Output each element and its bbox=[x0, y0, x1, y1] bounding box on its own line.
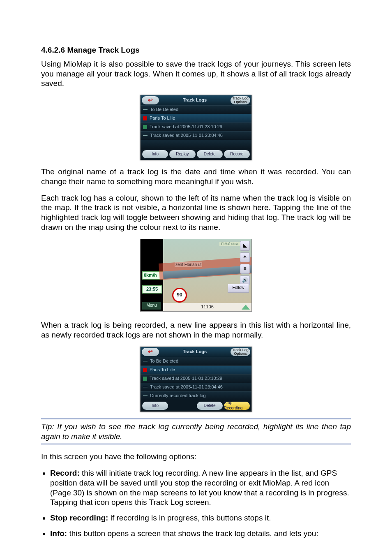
hidden-indicator: — bbox=[143, 358, 148, 364]
hidden-indicator: — bbox=[143, 384, 148, 390]
track-name: Currently recorded track log bbox=[150, 393, 206, 399]
time-indicator: 23:55 bbox=[142, 285, 162, 294]
street-label: zent Flórián út bbox=[175, 262, 202, 268]
track-name: Track saved at 2005-11-01 23:04:46 bbox=[150, 384, 223, 390]
track-row[interactable]: Track saved at 2005-11-01 23:10:29 bbox=[141, 374, 251, 383]
speed-limit-sign: 90 bbox=[172, 288, 187, 303]
section-heading: 4.6.2.6 Manage Track Logs bbox=[41, 45, 351, 55]
list-item: Record: this will initiate track log rec… bbox=[50, 468, 351, 507]
track-row[interactable]: —To Be Deleted bbox=[141, 357, 251, 365]
list-item: Stop recording: if recording is in progr… bbox=[50, 513, 351, 523]
record-button[interactable]: Record bbox=[224, 150, 250, 158]
replay-button[interactable]: Replay bbox=[169, 150, 195, 158]
track-row[interactable]: —Track saved at 2005-11-01 23:04:46 bbox=[141, 131, 251, 140]
resize-icon[interactable] bbox=[242, 305, 250, 310]
distance-bar: 11106 bbox=[163, 303, 251, 311]
option-label: Stop recording: bbox=[50, 513, 108, 522]
menu-button[interactable]: Menu bbox=[142, 302, 161, 310]
track-name: Paris To Lille bbox=[150, 367, 175, 373]
track-row[interactable]: —To Be Deleted bbox=[141, 105, 251, 114]
hidden-indicator: — bbox=[143, 393, 148, 399]
layer-icon[interactable]: ≡ bbox=[240, 264, 250, 274]
hidden-indicator: — bbox=[143, 107, 148, 113]
option-text: this will initiate track log recording. … bbox=[50, 469, 349, 506]
track-row[interactable]: —Track saved at 2005-11-01 23:04:46 bbox=[141, 383, 251, 391]
tip-callout: Tip: If you wish to see the track log cu… bbox=[41, 419, 351, 445]
track-row[interactable]: Paris To Lille bbox=[141, 114, 251, 123]
color-swatch bbox=[143, 368, 147, 372]
color-swatch bbox=[143, 377, 147, 381]
option-text: this button opens a screen that shows th… bbox=[67, 529, 318, 538]
track-logs-screen: ↩ Track Logs Track Log Options —To Be De… bbox=[140, 95, 252, 160]
info-button[interactable]: Info bbox=[142, 402, 168, 410]
follow-button[interactable]: Follow bbox=[228, 284, 249, 293]
track-logs-screen-recording: ↩ Track Logs Track Log Options —To Be De… bbox=[140, 347, 252, 412]
back-button[interactable]: ↩ bbox=[142, 348, 159, 356]
track-name: To Be Deleted bbox=[150, 358, 178, 364]
track-name: Paris To Lille bbox=[150, 116, 175, 121]
delete-button[interactable]: Delete bbox=[197, 150, 223, 158]
screen-title: Track Logs bbox=[160, 97, 229, 103]
paragraph: Using MioMap it is also possible to save… bbox=[41, 59, 351, 88]
track-row[interactable]: Paris To Lille bbox=[141, 365, 251, 374]
track-row-empty bbox=[141, 140, 251, 148]
track-row[interactable]: —Currently recorded track log bbox=[141, 391, 251, 400]
paragraph: In this screen you have the following op… bbox=[41, 452, 351, 462]
street-label: Felső utca bbox=[219, 242, 240, 246]
list-item: Info: this button opens a screen that sh… bbox=[50, 529, 351, 539]
delete-button[interactable]: Delete bbox=[197, 402, 223, 410]
option-text: if recording is in progress, this button… bbox=[108, 513, 271, 522]
hidden-indicator: — bbox=[143, 133, 148, 139]
track-name: Track saved at 2005-11-01 23:10:29 bbox=[150, 124, 222, 130]
info-button[interactable]: Info bbox=[142, 150, 168, 158]
option-label: Info: bbox=[50, 529, 67, 538]
options-list: Record: this will initiate track log rec… bbox=[41, 468, 351, 539]
track-row[interactable]: Track saved at 2005-11-01 23:10:29 bbox=[141, 123, 251, 131]
paragraph: Each track log has a colour, shown to th… bbox=[41, 193, 351, 232]
track-name: Track saved at 2005-11-01 23:10:29 bbox=[150, 376, 222, 382]
color-swatch bbox=[143, 125, 147, 129]
paragraph: When a track log is being recorded, a ne… bbox=[41, 320, 351, 340]
paragraph: The original name of a track log is the … bbox=[41, 167, 351, 187]
track-name: Track saved at 2005-11-01 23:04:46 bbox=[150, 133, 223, 139]
screen-title: Track Logs bbox=[160, 349, 229, 355]
back-button[interactable]: ↩ bbox=[142, 96, 159, 104]
track-name: To Be Deleted bbox=[150, 107, 178, 113]
option-label: Record: bbox=[50, 469, 80, 477]
options-button[interactable]: Track Log Options bbox=[231, 348, 250, 356]
color-swatch bbox=[143, 116, 147, 120]
gps-icon[interactable]: ✶ bbox=[240, 252, 250, 262]
north-arrow-icon[interactable]: ◣ bbox=[240, 241, 250, 251]
options-button[interactable]: Track Log Options bbox=[231, 96, 250, 104]
map-screen: 0km/h 23:55 Menu zent Flórián út Felső u… bbox=[140, 239, 252, 312]
stop-recording-button[interactable]: Stop Recording bbox=[224, 402, 250, 410]
